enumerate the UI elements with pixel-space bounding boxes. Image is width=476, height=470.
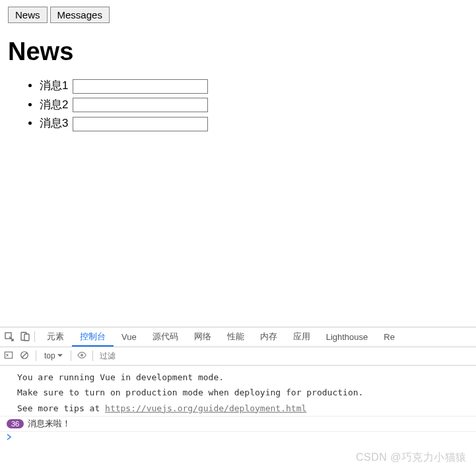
tab-lighthouse[interactable]: Lighthouse (318, 327, 376, 347)
tab-sources[interactable]: 源代码 (145, 327, 186, 347)
svg-point-6 (81, 354, 83, 356)
tab-application[interactable]: 应用 (285, 327, 318, 347)
console-line: Make sure to turn on production mode whe… (0, 385, 476, 401)
message-label: 消息3 (40, 117, 68, 129)
messages-button[interactable]: Messages (50, 7, 110, 23)
list-item: 消息2 (40, 97, 468, 113)
deployment-link[interactable]: https://vuejs.org/guide/deployment.html (105, 403, 306, 413)
chevron-right-icon (7, 434, 12, 440)
chevron-down-icon (57, 354, 63, 358)
list-item: 消息3 (40, 116, 468, 131)
console-text: See more tips at (17, 403, 105, 413)
tab-elements[interactable]: 元素 (39, 327, 72, 347)
sidebar-toggle-icon[interactable] (4, 351, 15, 361)
page-content: News Messages News 消息1 消息2 消息3 (0, 0, 476, 141)
clear-console-icon[interactable] (20, 351, 30, 361)
console-toolbar: top (0, 347, 476, 366)
news-button[interactable]: News (8, 7, 48, 23)
eye-icon[interactable] (77, 351, 87, 361)
message-input-3[interactable] (73, 117, 208, 131)
console-line: See more tips at https://vuejs.org/guide… (0, 401, 476, 417)
inspect-icon[interactable] (4, 331, 15, 342)
tab-memory[interactable]: 内存 (252, 327, 285, 347)
devtools-tabs: 元素 控制台 Vue 源代码 网络 性能 内存 应用 Lighthouse Re (0, 327, 476, 347)
svg-rect-2 (24, 334, 29, 341)
filter-input[interactable] (98, 351, 472, 361)
tab-more[interactable]: Re (376, 327, 403, 347)
message-input-2[interactable] (73, 98, 208, 112)
context-dropdown[interactable]: top (42, 351, 65, 360)
message-label: 消息1 (40, 79, 68, 92)
console-log-row: 36 消息来啦！ (0, 416, 476, 431)
tab-performance[interactable]: 性能 (219, 327, 252, 347)
list-item: 消息1 (40, 78, 468, 94)
svg-line-5 (22, 353, 27, 358)
devtools-panel: 元素 控制台 Vue 源代码 网络 性能 内存 应用 Lighthouse Re… (0, 327, 476, 446)
page-title: News (8, 38, 468, 66)
context-label: top (44, 351, 55, 360)
tab-network[interactable]: 网络 (186, 327, 219, 347)
console-line: You are running Vue in development mode. (0, 370, 476, 386)
log-message: 消息来啦！ (28, 418, 71, 430)
device-toggle-icon[interactable] (20, 331, 30, 342)
message-list: 消息1 消息2 消息3 (8, 78, 468, 131)
console-output: You are running Vue in development mode.… (0, 366, 476, 446)
nav-buttons: News Messages (8, 7, 468, 23)
tab-vue[interactable]: Vue (114, 327, 145, 347)
message-input-1[interactable] (73, 79, 208, 94)
console-prompt[interactable] (0, 431, 476, 442)
count-badge: 36 (7, 419, 24, 428)
message-label: 消息2 (40, 98, 68, 111)
tab-console[interactable]: 控制台 (72, 327, 114, 347)
watermark: CSDN @巧克力小猫猿 (356, 451, 467, 465)
